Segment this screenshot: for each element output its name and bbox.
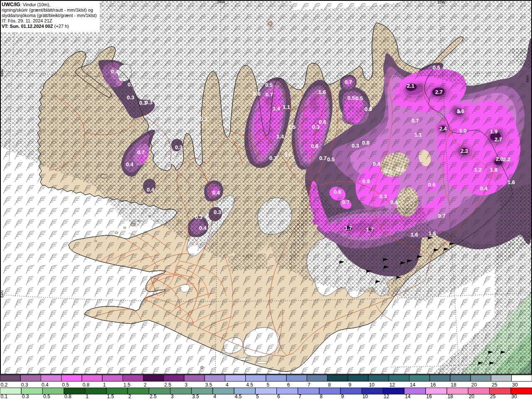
svg-text:1: 1 — [86, 394, 89, 399]
svg-text:0.7: 0.7 — [342, 199, 350, 205]
svg-text:rigning/skúrir (grænt/blátt/ra: rigning/skúrir (grænt/blátt/rautt - mm/1… — [2, 7, 93, 12]
svg-text:3.5: 3.5 — [192, 394, 199, 399]
svg-text:0.3: 0.3 — [384, 168, 392, 175]
svg-text:2.3: 2.3 — [461, 148, 468, 154]
svg-text:66N: 66N — [525, 75, 530, 82]
svg-text:2.7: 2.7 — [495, 136, 502, 143]
svg-text:0.6: 0.6 — [334, 189, 341, 195]
svg-text:0.3: 0.3 — [127, 94, 134, 101]
svg-text:14: 14 — [405, 394, 411, 399]
svg-text:0.5: 0.5 — [43, 394, 50, 399]
svg-text:0.5: 0.5 — [62, 382, 69, 388]
svg-text:12: 12 — [384, 394, 389, 399]
svg-text:0.4: 0.4 — [212, 190, 220, 196]
svg-text:14: 14 — [410, 382, 416, 388]
svg-text:0.8: 0.8 — [311, 143, 318, 149]
svg-text:1.5: 1.5 — [107, 394, 114, 399]
svg-text:0.5: 0.5 — [355, 95, 363, 101]
svg-text:0.7: 0.7 — [345, 79, 352, 85]
svg-text:5: 5 — [256, 394, 259, 399]
svg-text:0.8: 0.8 — [64, 394, 71, 399]
svg-text:8: 8 — [320, 394, 323, 399]
svg-text:25: 25 — [490, 394, 496, 399]
svg-text:1: 1 — [103, 382, 106, 388]
svg-text:1.0: 1.0 — [285, 151, 292, 158]
svg-text:8: 8 — [328, 382, 331, 388]
svg-text:2: 2 — [144, 382, 147, 388]
svg-text:0.5: 0.5 — [128, 81, 135, 88]
svg-text:0.7: 0.7 — [438, 213, 446, 219]
svg-text:1.2: 1.2 — [474, 167, 482, 173]
svg-text:6: 6 — [287, 382, 290, 388]
svg-text:2.0: 2.0 — [496, 156, 503, 162]
svg-text:2: 2 — [128, 394, 131, 399]
svg-text:1.0: 1.0 — [459, 128, 467, 134]
svg-text:2.4: 2.4 — [439, 126, 447, 132]
svg-text:0.5: 0.5 — [265, 82, 273, 88]
svg-text:1.6: 1.6 — [507, 179, 515, 185]
svg-text:16: 16 — [430, 382, 436, 388]
svg-text:1.6: 1.6 — [411, 232, 418, 238]
svg-text:0.3: 0.3 — [312, 124, 320, 130]
svg-text:0.3: 0.3 — [175, 144, 182, 150]
svg-text:9: 9 — [341, 394, 344, 399]
svg-text:0.7: 0.7 — [137, 149, 145, 155]
svg-text:2.5: 2.5 — [164, 382, 171, 388]
svg-text:1.6: 1.6 — [318, 89, 326, 95]
svg-text:1.1: 1.1 — [414, 132, 422, 138]
svg-text:0.6: 0.6 — [428, 182, 436, 188]
svg-text:12: 12 — [389, 382, 395, 388]
svg-text:UWC/IG: Vindur (10m),: UWC/IG: Vindur (10m), — [2, 2, 50, 7]
svg-text:0.7: 0.7 — [319, 155, 327, 161]
svg-text:0.7: 0.7 — [266, 91, 273, 98]
svg-text:3.6: 3.6 — [457, 108, 464, 114]
svg-text:1.6: 1.6 — [429, 230, 436, 236]
svg-text:4.5: 4.5 — [235, 394, 242, 399]
svg-text:IT: Fös. 29. 11. 2024 21Z: IT: Fös. 29. 11. 2024 21Z — [2, 18, 52, 23]
svg-text:1.5: 1.5 — [123, 382, 131, 388]
svg-text:2.1: 2.1 — [407, 83, 414, 89]
svg-text:2.5: 2.5 — [150, 394, 157, 399]
svg-text:16: 16 — [426, 394, 432, 399]
svg-text:2.7: 2.7 — [435, 89, 443, 95]
svg-text:0.8: 0.8 — [365, 106, 372, 112]
svg-text:1.4: 1.4 — [273, 106, 281, 112]
svg-text:0.3: 0.3 — [352, 143, 359, 149]
svg-text:1.9: 1.9 — [490, 128, 498, 135]
svg-text:10: 10 — [362, 394, 368, 399]
svg-text:0.7: 0.7 — [411, 118, 419, 124]
svg-text:0.4: 0.4 — [480, 185, 488, 192]
svg-text:1.7: 1.7 — [345, 225, 352, 231]
svg-text:1.1: 1.1 — [283, 104, 290, 110]
svg-text:7: 7 — [298, 394, 301, 399]
svg-text:0.5: 0.5 — [433, 64, 440, 71]
svg-text:0.5: 0.5 — [347, 95, 355, 101]
svg-text:1.8: 1.8 — [490, 167, 498, 173]
svg-text:0.8: 0.8 — [362, 140, 369, 146]
svg-text:0.4: 0.4 — [373, 161, 381, 167]
svg-text:0.3: 0.3 — [22, 394, 29, 399]
svg-text:0.2: 0.2 — [1, 382, 8, 388]
svg-text:18: 18 — [448, 394, 453, 399]
svg-text:0.6: 0.6 — [253, 91, 261, 97]
svg-text:0.1: 0.1 — [1, 394, 8, 399]
svg-text:0.3: 0.3 — [379, 193, 387, 200]
svg-text:0.8: 0.8 — [82, 382, 89, 388]
svg-text:1.4: 1.4 — [276, 133, 284, 140]
svg-text:30: 30 — [512, 382, 518, 388]
svg-text:0.4: 0.4 — [199, 225, 207, 231]
svg-text:0.5: 0.5 — [327, 156, 335, 163]
svg-text:0.4: 0.4 — [111, 69, 119, 75]
svg-text:4: 4 — [214, 394, 217, 399]
svg-text:0.3: 0.3 — [200, 116, 207, 122]
svg-text:20: 20 — [469, 394, 475, 399]
svg-text:7: 7 — [308, 382, 310, 388]
svg-text:2.2: 2.2 — [503, 156, 510, 163]
svg-text:0.4: 0.4 — [126, 161, 134, 167]
svg-text:4: 4 — [226, 382, 229, 388]
svg-text:18: 18 — [451, 382, 457, 388]
svg-text:3: 3 — [171, 394, 174, 399]
svg-text:9: 9 — [348, 382, 351, 388]
svg-text:0.4: 0.4 — [42, 382, 49, 388]
svg-text:5: 5 — [267, 382, 270, 388]
